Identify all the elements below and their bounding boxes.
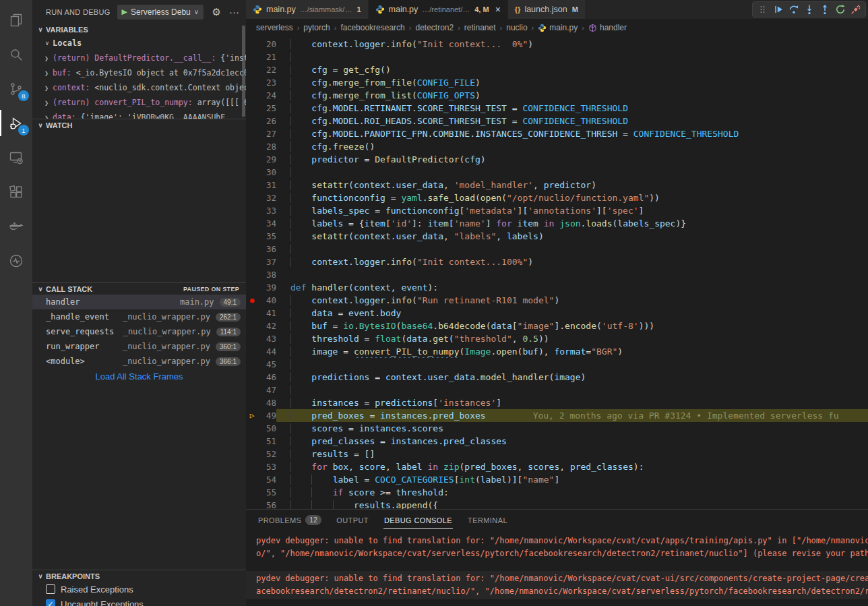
activity-item-remote-explorer[interactable] (0, 140, 32, 175)
activity-item-extensions[interactable] (0, 175, 32, 209)
panel-tab-debug-console[interactable]: DEBUG CONSOLE (383, 510, 453, 531)
stack-frame[interactable]: <module>_nuclio_wrapper.py366:1 (32, 354, 246, 369)
code-line-21[interactable]: 21 (246, 51, 868, 63)
code-line-49[interactable]: ▷49 pred_boxes = instances.pred_boxesYou… (246, 409, 868, 422)
code-line-56[interactable]: 56 results.append({ (246, 499, 868, 509)
checkbox-checked-icon[interactable]: ✓ (46, 599, 55, 606)
code-line-40[interactable]: ●40 context.logger.info("Run retinanet-R… (246, 294, 868, 307)
code-line-26[interactable]: 26 cfg.MODEL.ROI_HEADS.SCORE_THRESH_TEST… (246, 115, 868, 127)
code-line-25[interactable]: 25 cfg.MODEL.RETINANET.SCORE_THRESH_TEST… (246, 102, 868, 115)
stack-frame[interactable]: handlermain.py49:1 (32, 295, 246, 309)
breadcrumb-item-handler[interactable]: handler (588, 23, 627, 32)
code-line-34[interactable]: 34 labels = {item['id']: item['name'] fo… (246, 217, 868, 230)
code-line-55[interactable]: 55 if score >= threshold: (246, 486, 868, 499)
gear-icon[interactable]: ⚙ (212, 7, 221, 17)
panel-tab-terminal[interactable]: TERMINAL (468, 510, 507, 531)
breadcrumb-item-nuclio[interactable]: nuclio (506, 23, 527, 32)
chevron-right-icon[interactable]: ❯ (44, 114, 53, 119)
load-all-stack-frames-link[interactable]: Load All Stack Frames (95, 371, 183, 382)
code-line-43[interactable]: 43 threshold = float(data.get("threshold… (246, 332, 868, 345)
step-into-button[interactable] (801, 2, 817, 17)
chevron-right-icon[interactable]: ❯ (44, 84, 53, 92)
code-line-48[interactable]: 48 instances = predictions['instances'] (246, 396, 868, 409)
code-line-50[interactable]: 50 scores = instances.scores (246, 422, 868, 435)
code-line-29[interactable]: 29 predictor = DefaultPredictor(cfg) (246, 153, 868, 166)
variable-row[interactable]: ❯buf: <_io.BytesIO object at 0x7f5a2dc1e… (32, 65, 246, 80)
panel-tab-problems[interactable]: PROBLEMS12 (258, 510, 321, 531)
code-line-47[interactable]: 47 (246, 384, 868, 396)
activity-item-profiler[interactable] (0, 243, 32, 278)
breadcrumb-item-retinanet[interactable]: retinanet (464, 23, 496, 32)
code-line-39[interactable]: 39def handler(context, event): (246, 281, 868, 294)
more-actions-icon[interactable]: ··· (229, 7, 239, 17)
disconnect-button[interactable] (848, 2, 863, 17)
editor-tab-launch.json[interactable]: {}launch.jsonM (508, 0, 586, 19)
activity-item-source-control[interactable]: 8 (0, 71, 32, 106)
sidebar-scrollbar[interactable] (242, 26, 245, 117)
breakpoint-icon[interactable]: ● (250, 296, 255, 305)
activity-item-explorer[interactable] (0, 3, 32, 37)
activity-item-docker[interactable] (0, 209, 32, 243)
code-line-51[interactable]: 51 pred_classes = instances.pred_classes (246, 435, 868, 448)
code-line-30[interactable]: 30 (246, 166, 868, 179)
code-line-24[interactable]: 24 cfg.merge_from_list(CONFIG_OPTS) (246, 89, 868, 102)
debug-console-output[interactable]: pydev debugger: unable to find translati… (246, 531, 868, 606)
close-icon[interactable]: × (495, 4, 501, 15)
stack-frame[interactable]: serve_requests_nuclio_wrapper.py114:1 (32, 324, 246, 339)
code-line-41[interactable]: 41 data = event.body (246, 307, 868, 320)
watch-section-header[interactable]: ∨ WATCH (32, 119, 246, 131)
restart-button[interactable] (832, 2, 848, 17)
variable-row[interactable]: ❯(return) convert_PIL_to_numpy: array([[… (32, 95, 246, 110)
code-line-53[interactable]: 53 for box, score, label in zip(pred_box… (246, 460, 868, 473)
chevron-right-icon[interactable]: ❯ (44, 69, 53, 77)
variable-row[interactable]: ❯context: <nuclio_sdk.context.Context ob… (32, 80, 246, 95)
console-message[interactable]: pydev debugger: unable to find translati… (246, 533, 868, 562)
activity-item-run-and-debug[interactable]: 1 (0, 106, 32, 140)
panel-tab-output[interactable]: OUTPUT (336, 510, 369, 531)
code-line-38[interactable]: 38 (246, 268, 868, 281)
chevron-right-icon[interactable]: ❯ (44, 99, 53, 107)
code-line-36[interactable]: 36 (246, 243, 868, 255)
breadcrumb-item-facebookresearch[interactable]: facebookresearch (340, 23, 404, 32)
chevron-right-icon[interactable]: ❯ (44, 55, 53, 62)
code-line-52[interactable]: 52 results = [] (246, 448, 868, 460)
activity-item-search[interactable] (0, 37, 32, 71)
locals-scope-row[interactable]: ∨ Locals (32, 36, 246, 51)
code-line-22[interactable]: 22 cfg = get_cfg() (246, 63, 868, 76)
code-line-28[interactable]: 28 cfg.freeze() (246, 140, 868, 153)
editor-tab-main.py[interactable]: main.py…/siammask/…1 (246, 0, 369, 19)
breakpoints-section-header[interactable]: ∨ BREAKPOINTS (32, 570, 246, 582)
breadcrumb-item-main.py[interactable]: main.py (538, 23, 578, 32)
console-message[interactable]: pydev debugger: unable to find translati… (246, 571, 868, 599)
code-line-27[interactable]: 27 cfg.MODEL.PANOPTIC_FPN.COMBINE.INSTAN… (246, 127, 868, 140)
debug-config-dropdown[interactable]: ▶ Serverless Debu ∨ (117, 5, 204, 20)
code-line-20[interactable]: 20 context.logger.info("Init context... … (246, 38, 868, 51)
code-line-46[interactable]: 46 predictions = context.user_data.model… (246, 371, 868, 384)
variable-row[interactable]: ❯(return) DefaultPredictor.__call__: {'i… (32, 51, 246, 65)
code-line-35[interactable]: 35 setattr(context.user_data, "labels", … (246, 230, 868, 243)
code-line-23[interactable]: 23 cfg.merge_from_file(CONFIG_FILE) (246, 76, 868, 89)
code-line-33[interactable]: 33 labels_spec = functionconfig['metadat… (246, 204, 868, 217)
stack-frame[interactable]: run_wrapper_nuclio_wrapper.py360:1 (32, 339, 246, 354)
checkbox-unchecked-icon[interactable] (46, 584, 55, 594)
variables-section-header[interactable]: ∨ VARIABLES (32, 24, 246, 36)
variable-row[interactable]: ❯data: {'image': 'iVBORw0KG..AAAANSUhE… (32, 110, 246, 119)
code-line-37[interactable]: 37 context.logger.info("Init context...1… (246, 255, 868, 268)
code-line-54[interactable]: 54 label = COCO_CATEGORIES[int(label)]["… (246, 473, 868, 486)
editor-tab-main.py[interactable]: main.py…/retinanet/…4, M× (369, 0, 508, 19)
code-line-32[interactable]: 32 functionconfig = yaml.safe_load(open(… (246, 191, 868, 204)
breadcrumb-item-serverless[interactable]: serverless (256, 23, 293, 32)
code-editor[interactable]: 20 context.logger.info("Init context... … (246, 36, 868, 509)
breadcrumb-item-detectron2[interactable]: detectron2 (415, 23, 454, 32)
stack-frame[interactable]: _handle_event_nuclio_wrapper.py262:1 (32, 309, 246, 324)
step-over-button[interactable] (786, 2, 801, 17)
breakpoint-row[interactable]: ✓Uncaught Exceptions (32, 597, 246, 606)
step-out-button[interactable] (817, 2, 832, 17)
breakpoint-row[interactable]: Raised Exceptions (32, 582, 246, 597)
code-line-42[interactable]: 42 buf = io.BytesIO(base64.b64decode(dat… (246, 320, 868, 332)
call-stack-section-header[interactable]: ∨ CALL STACK PAUSED ON STEP (32, 282, 246, 295)
breadcrumb-item-pytorch[interactable]: pytorch (303, 23, 330, 32)
start-debug-icon[interactable]: ▶ (122, 7, 127, 16)
code-line-45[interactable]: 45 (246, 358, 868, 371)
code-line-44[interactable]: 44 image = convert_PIL_to_numpy(Image.op… (246, 345, 868, 358)
